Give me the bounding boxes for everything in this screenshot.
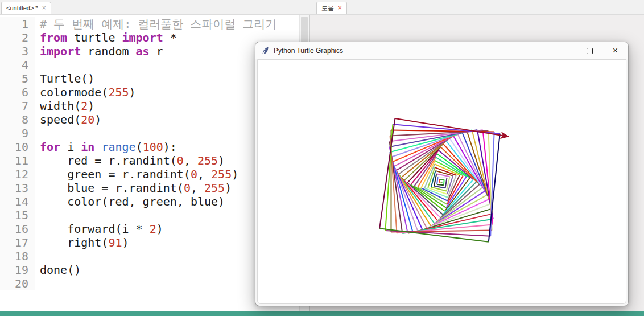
- line-number: 5: [0, 72, 28, 85]
- code-line[interactable]: # 두 번째 예제: 컬러풀한 스파이럴 그리기: [40, 17, 309, 31]
- line-number: 6: [0, 85, 28, 99]
- tab-bar: <untitled> * × 도움 ×: [0, 0, 644, 15]
- minimize-icon: [562, 51, 567, 51]
- turtle-graphics-window: Python Turtle Graphics ×: [255, 42, 629, 306]
- line-number: 7: [0, 99, 28, 113]
- tab-untitled[interactable]: <untitled> * ×: [1, 2, 51, 14]
- window-controls: ×: [551, 42, 628, 59]
- line-number: 16: [0, 222, 28, 236]
- line-number: 4: [0, 58, 28, 72]
- line-number: 11: [0, 154, 28, 167]
- line-number: 1: [0, 17, 28, 31]
- tab-untitled-label: <untitled> *: [6, 5, 38, 11]
- screen: <untitled> * × 도움 × 12345678910111213141…: [0, 0, 644, 316]
- close-button[interactable]: ×: [602, 42, 628, 59]
- line-number: 10: [0, 140, 28, 154]
- tab-close-icon[interactable]: ×: [42, 4, 46, 12]
- line-number: 3: [0, 44, 28, 58]
- line-number: 8: [0, 113, 28, 126]
- gutter: 1234567891011121314151617181920: [0, 17, 35, 290]
- maximize-icon: [587, 48, 593, 54]
- window-title: Python Turtle Graphics: [274, 47, 343, 55]
- status-bar: [0, 311, 644, 316]
- close-icon: ×: [613, 46, 618, 55]
- tab-help-close-icon[interactable]: ×: [338, 4, 342, 12]
- line-number: 17: [0, 236, 28, 249]
- line-number: 14: [0, 195, 28, 208]
- maximize-button[interactable]: [577, 42, 602, 59]
- line-number: 12: [0, 167, 28, 181]
- feather-icon: [262, 47, 269, 55]
- line-number: 15: [0, 208, 28, 222]
- line-number: 13: [0, 181, 28, 195]
- turtle-canvas: [257, 59, 626, 304]
- tab-help-label: 도움: [321, 4, 334, 13]
- line-number: 18: [0, 249, 28, 263]
- window-titlebar[interactable]: Python Turtle Graphics ×: [255, 42, 628, 59]
- tab-help[interactable]: 도움 ×: [316, 2, 347, 14]
- spiral-drawing: [258, 60, 626, 303]
- minimize-button[interactable]: [551, 42, 577, 59]
- line-number: 9: [0, 126, 28, 140]
- line-number: 20: [0, 277, 28, 290]
- line-number: 2: [0, 31, 28, 44]
- line-number: 19: [0, 263, 28, 277]
